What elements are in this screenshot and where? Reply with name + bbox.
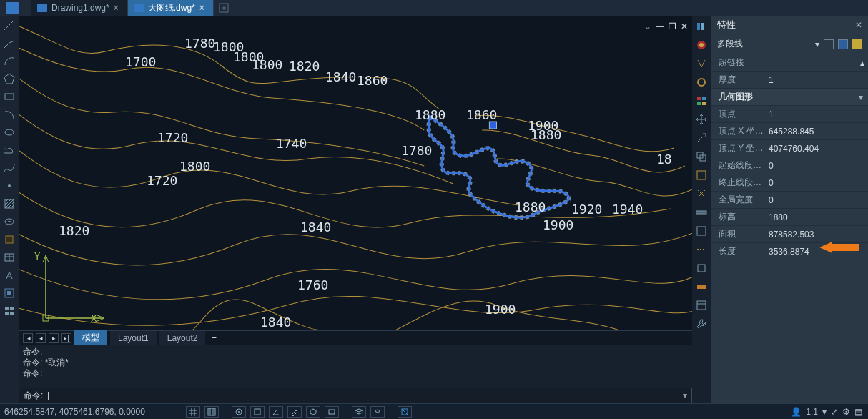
prop-value[interactable]: 0 (769, 195, 868, 205)
sb-square-icon[interactable] (250, 406, 265, 418)
polygon-icon[interactable] (3, 72, 16, 85)
hatch-icon[interactable] (3, 197, 16, 210)
prop-value[interactable]: 4074760.404 (769, 144, 868, 154)
nav-next-icon[interactable]: ▸ (49, 333, 59, 343)
prop-value[interactable]: 1 (769, 75, 868, 85)
table-icon[interactable] (3, 251, 16, 264)
svg-point-20 (699, 43, 704, 47)
nav-last-icon[interactable]: ▸| (61, 333, 71, 343)
sb-box3d-icon[interactable] (306, 406, 320, 418)
empty-rect-icon[interactable] (695, 262, 708, 275)
prop-value[interactable]: 1880 (769, 212, 868, 222)
nav-first-icon[interactable]: |◂ (23, 333, 33, 343)
ruler-icon[interactable] (695, 206, 708, 219)
tab-drawing1[interactable]: Drawing1.dwg* × (31, 0, 128, 16)
box-icon[interactable] (695, 299, 708, 312)
fill-icon[interactable] (3, 215, 16, 228)
section-header[interactable]: 几何图形▾ (711, 89, 868, 106)
prop-label: 厚度 (711, 74, 769, 86)
tray-icon[interactable]: ▤ (854, 407, 862, 417)
layout-tab-1[interactable]: Layout1 (110, 331, 157, 345)
dim-icon[interactable] (3, 287, 16, 300)
collapse-icon[interactable]: ▾ (854, 92, 868, 102)
layout-tab-2[interactable]: Layout2 (159, 331, 206, 345)
quick-select-icon[interactable] (838, 39, 848, 49)
ellipse-icon[interactable] (3, 126, 16, 139)
rect-sel-icon[interactable] (695, 225, 708, 237)
line-icon[interactable] (3, 19, 16, 31)
new-tab-button[interactable] (217, 1, 231, 15)
prop-value[interactable]: 645288.845 (769, 127, 868, 137)
log-line: 命令: *取消* (23, 358, 688, 368)
gear-icon[interactable]: ⚙ (842, 407, 850, 417)
chevron-down-icon[interactable]: ▾ (822, 407, 827, 417)
sb-box-outline-icon[interactable] (325, 406, 339, 418)
grid-icon[interactable] (3, 305, 16, 317)
sb-layers-small-icon[interactable] (370, 406, 385, 418)
orange-icon[interactable] (695, 280, 708, 293)
copy-icon[interactable] (695, 150, 708, 163)
selected-polyline (19, 16, 692, 330)
trim-icon[interactable] (695, 169, 708, 182)
move-icon[interactable] (695, 113, 708, 126)
prop-value[interactable]: 0 (769, 178, 868, 188)
prop-value[interactable]: 1 (769, 109, 868, 119)
caret-icon: | (47, 390, 49, 400)
sb-target-icon[interactable] (232, 406, 246, 418)
point-icon[interactable] (3, 179, 16, 192)
sb-grid-icon[interactable] (186, 406, 200, 418)
prop-label: 面积 (711, 228, 769, 240)
dwg-icon (37, 4, 47, 12)
command-input[interactable] (54, 390, 679, 400)
cloud-icon[interactable] (3, 144, 16, 157)
sb-pencil-icon[interactable] (287, 406, 302, 418)
svg-rect-22 (697, 97, 701, 100)
chevron-down-icon[interactable]: ▾ (815, 39, 819, 49)
text-icon[interactable] (3, 269, 16, 282)
layout-tab-model[interactable]: 模型 (74, 330, 107, 346)
pin-icon[interactable] (852, 39, 862, 49)
mirror-icon[interactable] (695, 57, 708, 70)
close-icon[interactable]: ✕ (855, 20, 862, 30)
sb-wireframe-icon[interactable] (398, 406, 412, 418)
prop-value[interactable]: 0 (769, 161, 868, 171)
tab-big-drawing[interactable]: 大图纸.dwg* × (128, 0, 214, 16)
object-type-selector[interactable]: 多段线 ▾ (711, 34, 868, 54)
scroll-up-icon[interactable]: ▴ (857, 58, 868, 68)
fit-icon[interactable]: ⤢ (831, 407, 838, 417)
prop-label: 顶点 (711, 108, 769, 120)
rev-arc-icon[interactable] (3, 108, 16, 121)
wrench-icon[interactable] (695, 317, 708, 330)
close-icon[interactable]: × (114, 3, 119, 13)
prune-icon[interactable] (695, 187, 708, 200)
extend-icon[interactable] (695, 132, 708, 144)
color-wheel-icon[interactable] (695, 39, 708, 51)
right-inner-toolbar (692, 16, 711, 403)
palette-icon[interactable] (695, 20, 708, 33)
sb-angle-icon[interactable] (269, 406, 283, 418)
scale-label[interactable]: 1:1 (806, 407, 818, 417)
sb-grid-ref-icon[interactable] (204, 406, 219, 418)
command-chevron-down-icon[interactable]: ▾ (683, 390, 687, 400)
spline-icon[interactable] (3, 162, 16, 174)
nav-prev-icon[interactable]: ◂ (36, 333, 46, 343)
command-prompt: 命令: (24, 390, 43, 402)
sb-layers-icon[interactable] (352, 406, 366, 418)
properties-panel: 特性 ✕ 多段线 ▾ 超链接▴ 厚度1 几何图形▾ 顶点1 顶点 X 坐…645… (711, 16, 868, 403)
close-icon[interactable]: × (199, 3, 204, 13)
dwg-icon (134, 4, 144, 12)
dash-icon[interactable] (695, 243, 708, 256)
person-icon[interactable]: 👤 (791, 407, 802, 417)
prop-value[interactable]: 878582.503 (769, 230, 868, 240)
arc-icon[interactable] (3, 54, 16, 67)
drawing-canvas[interactable]: ⌄ — ❐ ✕ (19, 16, 692, 330)
add-layout-button[interactable]: + (208, 333, 220, 343)
rect-icon[interactable] (3, 90, 16, 103)
select-all-icon[interactable] (824, 39, 834, 49)
ray-icon[interactable] (3, 36, 16, 49)
gold-icon[interactable] (695, 76, 708, 89)
region-icon[interactable] (3, 233, 16, 246)
colors-icon[interactable] (695, 94, 708, 107)
svg-rect-18 (701, 23, 704, 30)
prop-row: 全局宽度0 (711, 192, 868, 209)
